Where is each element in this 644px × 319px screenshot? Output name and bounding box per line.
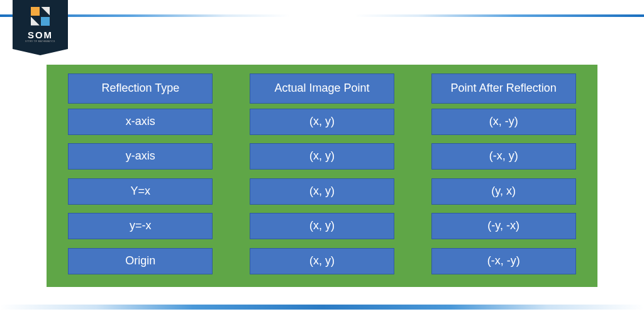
cell-after: (-y, -x) xyxy=(431,213,576,239)
table-header-row: Reflection Type Actual Image Point Point… xyxy=(59,73,585,104)
cell-after: (x, -y) xyxy=(431,109,576,135)
logo-subtext: STORY OF MATHEMATICS xyxy=(25,40,55,43)
header-actual-point: Actual Image Point xyxy=(250,73,394,104)
cell-actual: (x, y) xyxy=(250,213,394,239)
reflection-table: Reflection Type Actual Image Point Point… xyxy=(47,65,597,287)
bottom-gradient-bar xyxy=(0,305,644,310)
header-reflection-type: Reflection Type xyxy=(68,73,213,104)
cell-actual: (x, y) xyxy=(250,178,394,205)
cell-actual: (x, y) xyxy=(250,248,394,274)
cell-type: y=-x xyxy=(68,213,213,239)
table-row: y=-x (x, y) (-y, -x) xyxy=(59,213,585,244)
cell-after: (-x, y) xyxy=(431,143,576,170)
cell-after: (y, x) xyxy=(431,178,576,205)
cell-type: Y=x xyxy=(68,178,213,205)
cell-actual: (x, y) xyxy=(250,143,394,170)
logo-icon xyxy=(31,7,50,26)
table-row: y-axis (x, y) (-x, y) xyxy=(59,143,585,174)
logo-badge: SOM STORY OF MATHEMATICS xyxy=(13,0,68,49)
cell-type: y-axis xyxy=(68,143,213,170)
table-row: x-axis (x, y) (x, -y) xyxy=(59,109,585,139)
table-row: Y=x (x, y) (y, x) xyxy=(59,178,585,209)
top-gradient-bar xyxy=(0,14,644,17)
cell-after: (-x, -y) xyxy=(431,248,576,274)
table-row: Origin (x, y) (-x, -y) xyxy=(59,248,585,279)
table-grid: Reflection Type Actual Image Point Point… xyxy=(59,73,585,278)
cell-actual: (x, y) xyxy=(250,109,394,135)
cell-type: Origin xyxy=(68,248,213,274)
cell-type: x-axis xyxy=(68,109,213,135)
header-after-reflection: Point After Reflection xyxy=(431,73,576,104)
logo-text: SOM xyxy=(28,30,53,40)
